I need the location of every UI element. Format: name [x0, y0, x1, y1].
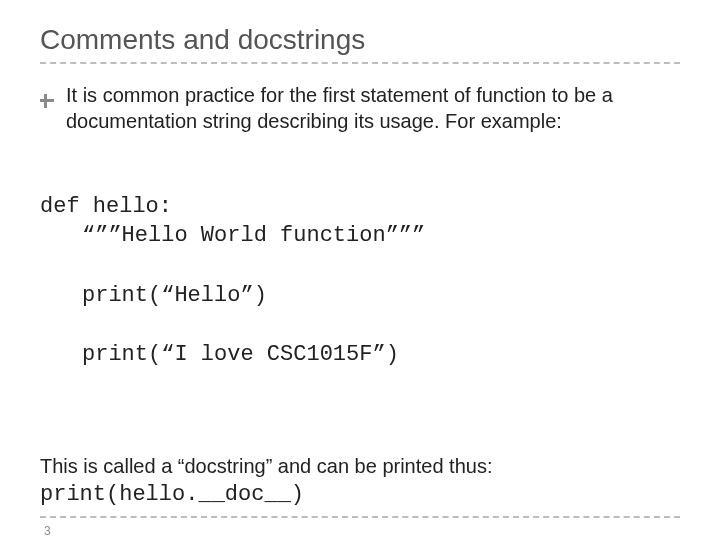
code-line: def hello:	[40, 194, 172, 219]
bullet-text: It is common practice for the first stat…	[66, 82, 680, 134]
slide-title: Comments and docstrings	[40, 24, 680, 56]
closing-code: print(hello.__doc__)	[40, 481, 680, 510]
footer-divider	[40, 516, 680, 518]
slide-body: It is common practice for the first stat…	[40, 82, 680, 539]
code-block: def hello: “””Hello World function””” pr…	[40, 162, 680, 429]
svg-rect-1	[40, 99, 54, 102]
bullet-icon	[40, 88, 54, 114]
page-number: 3	[40, 524, 680, 540]
slide: Comments and docstrings It is common pra…	[0, 0, 720, 540]
code-line: “””Hello World function”””	[40, 221, 680, 251]
code-line: print(“I love CSC1015F”)	[40, 340, 680, 370]
title-divider	[40, 62, 680, 64]
code-line: print(“Hello”)	[40, 281, 680, 311]
bullet-item: It is common practice for the first stat…	[40, 82, 680, 134]
closing-text: This is called a “docstring” and can be …	[40, 453, 680, 479]
